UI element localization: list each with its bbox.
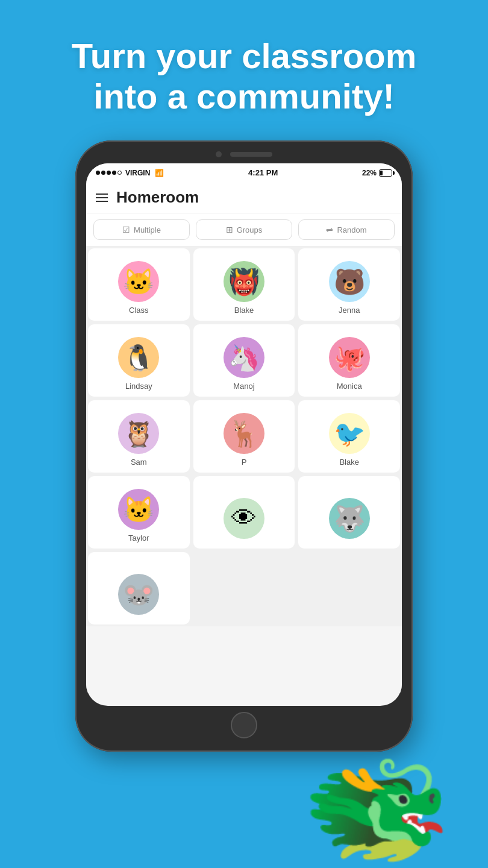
status-bar: VIRGIN 📶 4:21 PM 22% — [86, 163, 402, 181]
status-left: VIRGIN 📶 — [96, 169, 164, 177]
signal-dot-4 — [112, 171, 116, 175]
multiple-button[interactable]: ☑ Multiple — [93, 219, 190, 240]
signal-dot-1 — [96, 171, 100, 175]
monster-avatar-manoj: 🦄 — [224, 337, 264, 378]
monster-avatar-extra2: 🐺 — [329, 498, 370, 539]
phone-bottom — [86, 706, 402, 741]
monster-avatar-monica: 🐙 — [329, 337, 370, 378]
status-time: 4:21 PM — [248, 168, 278, 177]
wifi-icon: 📶 — [155, 169, 164, 177]
signal-dot-2 — [101, 171, 105, 175]
signal-dot-5 — [117, 171, 122, 175]
monster-avatar-blake1: 👹 — [224, 261, 264, 302]
student-card-extra1[interactable]: 👁 — [193, 476, 295, 549]
groups-button[interactable]: ⊞ Groups — [196, 219, 292, 240]
student-name-jenna: Jenna — [339, 306, 360, 315]
carrier-label: VIRGIN — [125, 169, 150, 177]
monster-avatar-extra3: 🐭 — [118, 574, 159, 615]
monster-overlay: 🐲 — [301, 747, 452, 868]
groups-icon: ⊞ — [226, 225, 233, 234]
student-card-jenna[interactable]: 🐻 Jenna — [298, 248, 400, 321]
student-card-taylor[interactable]: 🐱 Taylor — [88, 476, 190, 549]
student-card-extra3[interactable]: 🐭 — [88, 552, 190, 624]
filter-bar: ☑ Multiple ⊞ Groups ⇌ Random — [86, 213, 402, 247]
student-name-lindsay: Lindsay — [125, 382, 152, 391]
student-card-manoj[interactable]: 🦄 Manoj — [193, 324, 295, 397]
hamburger-menu[interactable] — [96, 193, 108, 202]
app-title: Homeroom — [116, 188, 199, 207]
groups-label: Groups — [237, 225, 263, 234]
hero-section: Turn your classroom into a community! — [0, 0, 488, 134]
student-card-class[interactable]: 🐱 Class — [88, 248, 190, 321]
student-name-monica: Monica — [337, 382, 362, 391]
monster-avatar-taylor: 🐱 — [118, 489, 159, 530]
monster-avatar-extra1: 👁 — [224, 498, 264, 539]
student-card-blake1[interactable]: 👹 Blake — [193, 248, 295, 321]
random-icon: ⇌ — [326, 225, 333, 234]
monster-avatar-jenna: 🐻 — [329, 261, 370, 302]
students-grid: 🐱 Class 👹 Blake 🐻 Jenna 🐧 Lindsay 🦄 Mano… — [86, 247, 402, 626]
student-name-blake2: Blake — [339, 458, 359, 467]
monster-avatar-blake2: 🐦 — [329, 413, 370, 454]
student-name-p: P — [242, 458, 247, 467]
phone-screen: VIRGIN 📶 4:21 PM 22% Homeroo — [86, 163, 402, 706]
monster-avatar-p: 🦌 — [224, 413, 264, 454]
status-right: 22% — [362, 169, 392, 177]
multiple-icon: ☑ — [122, 225, 130, 234]
camera-dot — [216, 151, 222, 157]
student-name-taylor: Taylor — [128, 533, 149, 542]
student-card-p[interactable]: 🦌 P — [193, 400, 295, 473]
student-card-monica[interactable]: 🐙 Monica — [298, 324, 400, 397]
random-button[interactable]: ⇌ Random — [298, 219, 395, 240]
phone-mockup: VIRGIN 📶 4:21 PM 22% Homeroo — [0, 140, 488, 752]
student-card-extra2[interactable]: 🐺 — [298, 476, 400, 549]
home-button[interactable] — [231, 712, 257, 738]
student-name-sam: Sam — [131, 458, 147, 467]
phone-body: VIRGIN 📶 4:21 PM 22% Homeroo — [75, 140, 413, 752]
random-label: Random — [337, 225, 366, 234]
screen-content: ☑ Multiple ⊞ Groups ⇌ Random 🐱 — [86, 213, 402, 693]
signal-dot-3 — [107, 171, 111, 175]
student-name-blake1: Blake — [234, 306, 254, 315]
student-card-blake2[interactable]: 🐦 Blake — [298, 400, 400, 473]
phone-sensors — [86, 151, 402, 157]
student-name-class: Class — [129, 306, 149, 315]
battery-fill — [380, 171, 383, 175]
monster-avatar-lindsay: 🐧 — [118, 337, 159, 378]
speaker-grille — [230, 152, 272, 157]
student-name-manoj: Manoj — [233, 382, 254, 391]
monster-avatar-sam: 🦉 — [118, 413, 159, 454]
student-card-sam[interactable]: 🦉 Sam — [88, 400, 190, 473]
hero-title: Turn your classroom into a community! — [36, 36, 452, 116]
battery-icon — [379, 169, 392, 177]
signal-strength — [96, 171, 122, 175]
battery-percent: 22% — [362, 169, 377, 177]
app-header: Homeroom — [86, 181, 402, 213]
monster-avatar-class: 🐱 — [118, 261, 159, 302]
multiple-label: Multiple — [134, 225, 161, 234]
student-card-lindsay[interactable]: 🐧 Lindsay — [88, 324, 190, 397]
